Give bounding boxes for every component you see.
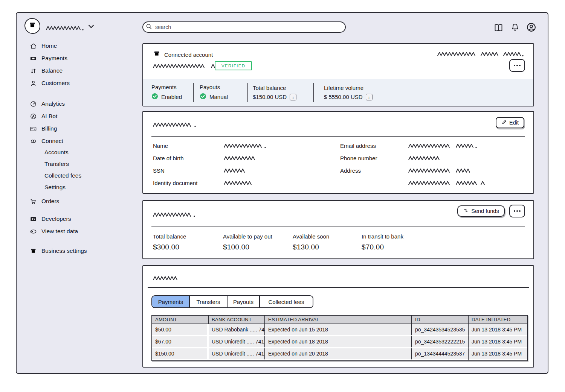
sidebar-item-home[interactable]: Home [29, 41, 57, 50]
ssn-value-placeholder [224, 167, 245, 173]
name-value-placeholder [224, 143, 267, 149]
balance-card: Send funds Total balance $300.00 Availab… [142, 200, 534, 259]
up-down-arrows-icon [29, 67, 37, 74]
address-value-placeholder [408, 167, 472, 173]
phone-label: Phone number [340, 155, 377, 161]
toggle-eye-icon [29, 228, 37, 235]
activity-title-placeholder [153, 275, 178, 283]
address-label: Address [340, 167, 361, 174]
account-stats-band: Payments Enabled Payouts Manual Total ba… [143, 79, 533, 106]
ssn-label: SSN [153, 167, 165, 174]
identity-document-value-placeholder [224, 180, 253, 186]
docs-book-icon[interactable] [493, 23, 504, 34]
tab-collected-fees[interactable]: Collected fees [260, 296, 313, 307]
search-input[interactable] [142, 21, 346, 33]
email-value-placeholder [408, 143, 478, 149]
sidebar-item-billing[interactable]: Billing [29, 124, 57, 133]
ellipsis-icon [514, 210, 515, 212]
app-frame: Home Payments Balance Customers Analytic… [16, 12, 548, 374]
tab-payouts[interactable]: Payouts [228, 296, 260, 307]
payments-card-icon [29, 55, 37, 62]
gauge-icon [29, 100, 37, 108]
account-more-options-button[interactable] [509, 59, 525, 72]
table-header-row: AMOUNT BANK ACCOUNT ESTIMATED ARRIVAL ID… [152, 316, 527, 324]
business-switcher[interactable] [46, 23, 94, 31]
sidebar-item-developers[interactable]: Developers [29, 214, 71, 223]
sidebar-item-settings[interactable]: Settings [44, 183, 66, 192]
payouts-table: AMOUNT BANK ACCOUNT ESTIMATED ARRIVAL ID… [151, 315, 528, 361]
sidebar-item-ai-bot[interactable]: AI Bot [29, 112, 57, 121]
info-icon[interactable]: i [290, 94, 296, 100]
stat-payouts: Payouts Manual [194, 84, 247, 101]
connected-account-label: Connected account [164, 52, 213, 58]
dob-label: Date of birth [153, 155, 184, 161]
storefront-icon [29, 247, 37, 255]
table-row[interactable]: $150.00 USD Unicredit ..... 7412 Expecte… [152, 348, 527, 360]
circled-a-icon [29, 112, 37, 120]
storefront-icon [153, 50, 160, 59]
search-icon [146, 23, 152, 31]
email-label: Email address [340, 143, 376, 149]
storefront-icon [28, 21, 37, 31]
pencil-icon [501, 119, 507, 126]
name-label: Name [153, 143, 168, 149]
sidebar-item-customers[interactable]: Customers [29, 79, 70, 88]
search-bar [142, 21, 346, 33]
payouts-table-wrap: AMOUNT BANK ACCOUNT ESTIMATED ARRIVAL ID… [151, 315, 528, 361]
personal-details-card: Edit Name Date of birth SSN Identity doc… [142, 111, 534, 194]
activity-tabs: Payments Transfers Payouts Collected fee… [151, 295, 313, 308]
balance-more-options-button[interactable] [509, 205, 525, 217]
verified-badge: VERIFIED [215, 61, 252, 70]
sidebar-item-connect[interactable]: Connect [29, 137, 63, 146]
cart-icon [29, 198, 37, 205]
chevron-down-icon [88, 23, 94, 31]
business-name-placeholder [46, 25, 84, 31]
sidebar-item-business-settings[interactable]: Business settings [29, 246, 87, 255]
stat-lifetime-volume: Lifetime volume $ 5550.00 USD i [314, 85, 373, 100]
check-circle-icon [200, 93, 206, 101]
code-icon [29, 215, 37, 223]
sidebar-item-transfers[interactable]: Transfers [44, 160, 69, 169]
stat-total-balance: Total balance $150.00 USD i [248, 85, 313, 100]
sidebar-item-accounts[interactable]: Accounts [44, 148, 69, 157]
send-funds-button[interactable]: Send funds [457, 205, 505, 217]
sidebar-item-orders[interactable]: Orders [29, 197, 59, 206]
identity-document-label: Identity document [153, 180, 197, 186]
account-user-icon[interactable] [526, 22, 537, 34]
table-row[interactable]: $67.00 USD Unicredit ..... 7412 Expected… [152, 336, 527, 348]
connected-account-card: Connected account VERIFIED Payments Enab… [142, 43, 534, 106]
wallet-icon [29, 125, 37, 132]
check-circle-icon [151, 93, 158, 101]
up-down-arrows-icon [463, 208, 469, 215]
col-estimated-arrival: ESTIMATED ARRIVAL [265, 316, 412, 324]
col-amount: AMOUNT [152, 316, 209, 324]
dob-value-placeholder [224, 155, 256, 161]
person-icon [29, 79, 37, 87]
tab-payments[interactable]: Payments [152, 296, 190, 307]
sidebar-item-balance[interactable]: Balance [29, 66, 63, 75]
info-icon[interactable]: i [366, 94, 373, 100]
connected-account-header: Connected account [153, 50, 213, 59]
sidebar-item-view-test-data[interactable]: View test data [29, 227, 78, 236]
divider [148, 287, 529, 288]
link-rings-icon [29, 137, 37, 145]
table-row[interactable]: $50.00 USD Rabobank ..... 741 Expected o… [152, 324, 527, 336]
business-logo[interactable] [24, 18, 40, 34]
account-id-placeholder [437, 51, 524, 57]
col-bank-account: BANK ACCOUNT [209, 316, 265, 324]
address-value-line2-placeholder [408, 180, 487, 186]
col-date-initiated: DATE INITIATED [469, 316, 527, 324]
balance-title-placeholder [153, 211, 196, 219]
phone-value-placeholder [408, 155, 440, 161]
sidebar-item-analytics[interactable]: Analytics [29, 99, 65, 108]
stat-payments: Payments Enabled [151, 84, 193, 101]
tab-transfers[interactable]: Transfers [190, 296, 228, 307]
divider [151, 226, 525, 226]
details-title-placeholder [153, 122, 197, 129]
sidebar-item-payments[interactable]: Payments [29, 54, 67, 63]
notifications-bell-icon[interactable] [510, 22, 520, 34]
col-id: ID [412, 316, 469, 324]
edit-button[interactable]: Edit [496, 117, 524, 128]
account-name-placeholder [153, 63, 224, 69]
sidebar-item-collected-fees[interactable]: Collected fees [44, 171, 81, 180]
